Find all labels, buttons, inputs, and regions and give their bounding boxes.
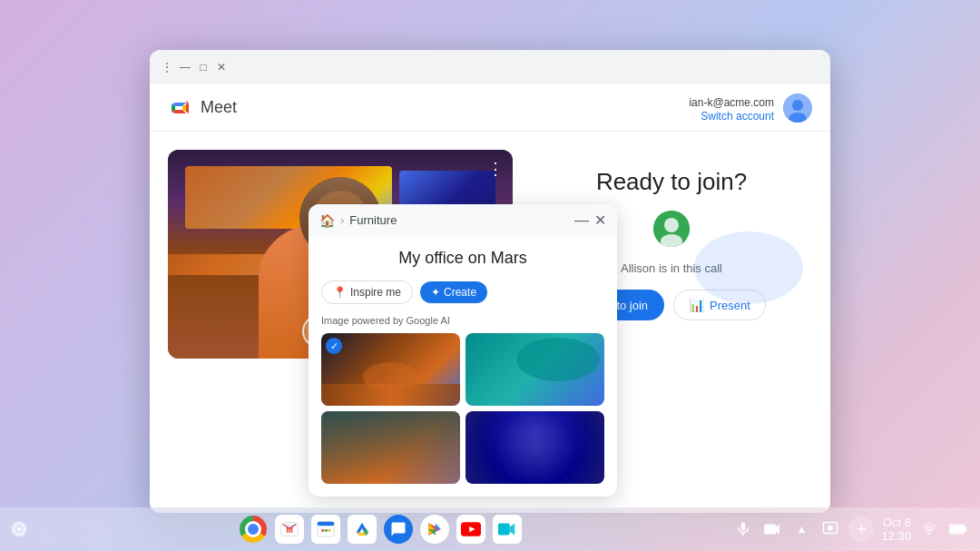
window-more-button[interactable]: ⋮ (161, 61, 173, 74)
location-icon: 📍 (333, 286, 347, 299)
popup-minimize-button[interactable]: — (574, 212, 589, 229)
mic-tray-icon[interactable] (732, 518, 754, 540)
inspire-me-button[interactable]: 📍 Inspire me (321, 280, 413, 304)
chrome-icon[interactable] (239, 515, 268, 544)
taskbar-center: M (239, 515, 522, 544)
popup-titlebar: 🏠 › Furniture — ✕ (309, 204, 617, 236)
svg-rect-14 (325, 529, 328, 532)
generated-images-grid: ✓ (321, 333, 604, 484)
drive-icon[interactable] (348, 515, 377, 544)
meet-taskbar-icon[interactable] (493, 515, 522, 544)
chat-icon[interactable] (384, 515, 413, 544)
svg-rect-24 (950, 526, 964, 533)
svg-rect-18 (741, 523, 746, 531)
meet-header: Meet ian-k@acme.com Switch account (150, 84, 830, 132)
popup-breadcrumb: 🏠 › Furniture (319, 213, 397, 228)
breadcrumb-folder[interactable]: Furniture (349, 213, 397, 227)
generated-image-4[interactable] (466, 411, 604, 484)
switch-account-link[interactable]: Switch account (689, 110, 774, 123)
add-tray-button[interactable]: + (848, 517, 874, 542)
breadcrumb-separator: › (340, 213, 344, 227)
user-avatar (783, 93, 812, 123)
inspire-label: Inspire me (350, 286, 401, 299)
window-maximize-button[interactable]: □ (197, 61, 210, 74)
svg-text:M: M (286, 526, 293, 535)
svg-rect-20 (765, 524, 777, 534)
gmail-icon[interactable]: M (275, 515, 304, 544)
popup-action-row: 📍 Inspire me ✦ Create (321, 280, 604, 304)
meet-logo: Meet (168, 95, 237, 121)
svg-point-5 (664, 218, 679, 232)
camera-tray-icon[interactable] (761, 518, 783, 540)
taskbar: M (0, 507, 980, 551)
image-gen-popup: 🏠 › Furniture — ✕ My office on Mars 📍 In… (309, 204, 617, 497)
system-indicator[interactable] (11, 521, 27, 537)
taskbar-left (11, 521, 27, 537)
svg-point-8 (17, 527, 21, 531)
video-more-button[interactable]: ⋮ (487, 159, 504, 179)
user-email: ian-k@acme.com (689, 96, 774, 109)
decorative-blob (694, 231, 803, 304)
expand-tray-button[interactable]: ▲ (790, 518, 812, 540)
breadcrumb-home-icon[interactable]: 🏠 (319, 213, 335, 228)
battery-icon (947, 518, 969, 540)
svg-rect-17 (498, 524, 510, 536)
create-icon: ✦ (431, 286, 440, 299)
svg-rect-15 (328, 529, 330, 532)
account-info: ian-k@acme.com Switch account (689, 93, 812, 123)
screenshot-tray-icon[interactable] (819, 518, 841, 540)
datetime-display[interactable]: Oct 8 12:30 (881, 516, 911, 543)
app-title: Meet (201, 98, 237, 117)
svg-point-22 (828, 526, 833, 530)
create-button[interactable]: ✦ Create (420, 281, 487, 303)
image-selected-check: ✓ (326, 338, 342, 354)
svg-rect-12 (318, 522, 334, 526)
create-label: Create (444, 286, 476, 299)
taskbar-right: ▲ + Oct 8 12:30 (732, 516, 969, 543)
image-prompt-text: My office on Mars (321, 249, 604, 268)
generated-image-3[interactable] (321, 411, 460, 484)
window-minimize-button[interactable]: — (179, 61, 191, 74)
taskbar-time: 12:30 (881, 529, 911, 543)
calendar-icon[interactable] (311, 515, 340, 544)
play-store-icon[interactable] (420, 515, 449, 544)
ai-label: Image powered by Google AI (321, 315, 604, 326)
ready-title: Ready to join? (596, 168, 747, 196)
meet-logo-icon (168, 95, 193, 121)
youtube-icon[interactable] (456, 515, 485, 544)
chrome-logo (240, 516, 267, 543)
participant-avatar (653, 211, 690, 247)
popup-close-button[interactable]: ✕ (594, 212, 606, 229)
wifi-icon[interactable] (918, 518, 940, 540)
generated-image-2[interactable] (466, 333, 604, 406)
svg-rect-13 (321, 529, 324, 532)
browser-titlebar: ⋮ — □ ✕ (150, 50, 830, 84)
present-icon: 📊 (689, 298, 704, 312)
svg-point-2 (792, 100, 803, 111)
taskbar-date: Oct 8 (883, 516, 911, 529)
svg-rect-25 (965, 527, 967, 532)
window-close-button[interactable]: ✕ (215, 61, 228, 74)
popup-body: My office on Mars 📍 Inspire me ✦ Create … (309, 236, 617, 497)
generated-image-1[interactable]: ✓ (321, 333, 460, 406)
